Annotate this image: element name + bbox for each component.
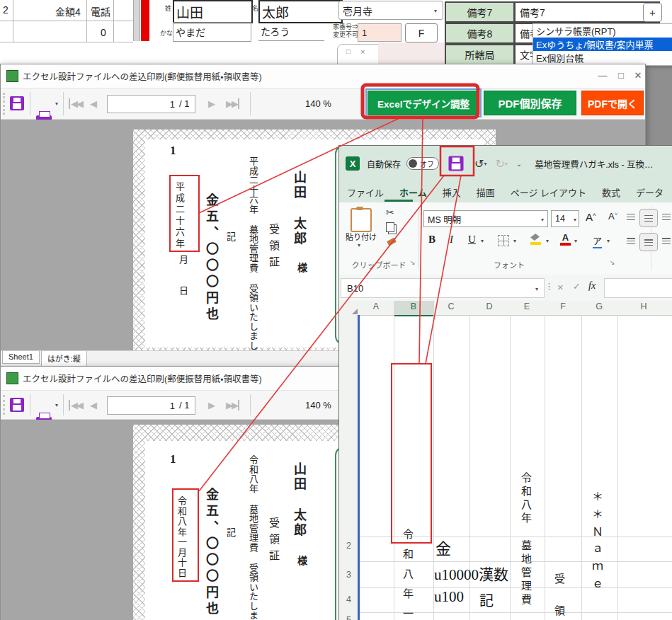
row-header-5[interactable]: 5 — [339, 615, 358, 620]
add-button-top[interactable]: + — [643, 3, 662, 22]
paste-icon[interactable] — [351, 208, 372, 232]
house-number-field[interactable]: 1 — [358, 23, 402, 42]
chevron-down-icon[interactable]: ▾ — [513, 238, 516, 244]
firstname-field[interactable]: 太郎 — [258, 0, 343, 23]
minimize-icon[interactable]: — — [596, 70, 610, 81]
phonetic-guide-icon[interactable]: ア — [593, 234, 602, 248]
autosave-toggle[interactable]: オフ — [406, 157, 439, 170]
scrollbar-fragment[interactable] — [133, 0, 140, 41]
tab-draw[interactable]: 描画 — [469, 185, 503, 199]
fill-color-icon[interactable] — [530, 234, 541, 245]
align-left-icon[interactable] — [627, 238, 635, 244]
decrease-font-icon[interactable]: A˅ — [608, 211, 617, 222]
previous-page-icon[interactable]: ◀ — [90, 98, 96, 109]
select-all-corner[interactable] — [352, 309, 358, 314]
maximize-icon[interactable]: □ — [346, 47, 351, 55]
f-button[interactable]: F — [405, 23, 438, 42]
dropdown-item[interactable]: Ex個別台帳 — [533, 51, 672, 64]
tab-file[interactable]: ファイル — [339, 185, 392, 199]
kana-firstname-field[interactable]: たろう — [258, 22, 324, 41]
biko7-value-cell[interactable]: 備考7 — [514, 1, 660, 23]
italic-button[interactable]: I — [450, 234, 453, 246]
tab-insert[interactable]: 挿入 — [435, 185, 469, 199]
paste-label[interactable]: 貼り付け — [345, 231, 377, 242]
first-page-icon[interactable]: ◀◀ — [69, 98, 82, 109]
dropdown-item[interactable]: シンサラ帳票(RPT) — [533, 24, 672, 38]
cut-icon[interactable]: ✂ — [386, 207, 394, 218]
font-color-icon[interactable]: A — [560, 232, 571, 246]
undo-icon[interactable]: ↺ — [474, 157, 484, 171]
chevron-down-icon[interactable]: ▾ — [481, 238, 484, 244]
quick-access-menu-icon[interactable]: ⌄ — [516, 160, 522, 168]
dropdown-item-selected[interactable]: Exゆうちょ/領収書/案内単票 — [533, 38, 672, 51]
align-right-icon[interactable] — [662, 238, 671, 244]
fx-icon[interactable]: fx — [588, 280, 596, 292]
save-icon[interactable] — [10, 96, 24, 110]
column-header-c[interactable]: C — [441, 302, 461, 315]
close-icon[interactable]: × — [360, 47, 365, 56]
increase-font-icon[interactable]: A˄ — [586, 211, 596, 223]
titlebar[interactable]: エクセル設計ファイルへの差込印刷(郵便振替用紙・領収書等) — [1, 64, 645, 88]
column-header-d[interactable]: D — [479, 302, 499, 315]
align-top-icon[interactable] — [627, 214, 635, 220]
column-header-e[interactable]: E — [517, 302, 537, 315]
column-header-b[interactable]: B — [404, 302, 423, 315]
font-name-combo[interactable]: MS 明朝 ▾ — [423, 210, 548, 227]
format-painter-icon[interactable] — [387, 238, 397, 246]
column-header-a[interactable]: A — [366, 302, 386, 315]
font-dialog-launcher-icon[interactable]: ↘ — [610, 259, 615, 266]
lastname-field[interactable]: 山田 — [173, 0, 253, 23]
enter-icon[interactable]: ✓ — [573, 281, 581, 292]
copy-icon[interactable] — [386, 222, 394, 232]
pdf-open-button[interactable]: PDFで開く — [581, 91, 644, 115]
align-middle-icon[interactable] — [639, 209, 658, 227]
chevron-down-icon[interactable]: ▾ — [484, 161, 486, 167]
tab-formulas[interactable]: 数式 — [594, 185, 628, 199]
chevron-down-icon[interactable]: ▾ — [546, 238, 549, 244]
tab-home[interactable]: ホーム — [392, 185, 435, 199]
chevron-down-icon[interactable]: ▾ — [607, 238, 610, 244]
align-bottom-icon[interactable] — [662, 214, 671, 220]
last-page-icon[interactable]: ▶▶ — [226, 98, 239, 109]
cancel-icon[interactable]: × — [557, 281, 564, 293]
align-center-icon[interactable] — [639, 233, 658, 251]
close-icon[interactable]: ✕ — [631, 70, 645, 81]
tab-page-layout[interactable]: ページ レイアウト — [503, 185, 594, 199]
column-header-f[interactable]: F — [553, 302, 573, 315]
next-page-icon[interactable]: ▶ — [208, 400, 214, 411]
save-icon[interactable] — [10, 398, 24, 412]
column-header-g[interactable]: G — [589, 302, 609, 315]
row-header-2[interactable]: 2 — [339, 541, 358, 551]
maximize-icon[interactable]: □ — [614, 70, 628, 81]
formula-input[interactable] — [604, 278, 672, 298]
save-icon[interactable] — [449, 156, 464, 171]
font-size-combo[interactable]: 14 ▾ — [551, 210, 579, 227]
tab-sheet1[interactable]: Sheet1 — [2, 351, 40, 364]
worksheet[interactable]: A B C D E F G H 2 3 4 5 6 7 8 9 10 — [339, 301, 672, 620]
underline-button[interactable]: U — [468, 234, 476, 246]
row-header-4[interactable]: 4 — [339, 595, 358, 604]
excel-titlebar[interactable]: X 自動保存 オフ ↺▾ ↻▾ ⌄ 墓地管理費ハガキ.xls - 互換… — [339, 146, 672, 181]
toolbar-grip[interactable] — [3, 93, 7, 115]
borders-icon[interactable] — [498, 235, 509, 246]
redo-icon[interactable]: ↻ — [495, 157, 504, 171]
column-header-h[interactable]: H — [634, 302, 654, 315]
kana-lastname-field[interactable]: やまだ — [173, 22, 251, 42]
chevron-down-icon[interactable]: ▾ — [55, 402, 58, 408]
row-header-3[interactable]: 3 — [339, 570, 358, 580]
toolbar-grip[interactable] — [3, 395, 7, 415]
bold-button[interactable]: B — [428, 234, 435, 246]
pdf-save-button[interactable]: PDF個別保存 — [484, 91, 576, 115]
last-page-icon[interactable]: ▶▶ — [226, 400, 239, 411]
chevron-down-icon[interactable]: ▾ — [574, 238, 577, 244]
name-box[interactable]: B10 ▾ — [341, 278, 545, 298]
temple-select[interactable]: 壱月寺 ▾ — [338, 1, 443, 20]
next-page-icon[interactable]: ▶ — [208, 98, 214, 109]
previous-page-icon[interactable]: ◀ — [90, 400, 96, 411]
chevron-down-icon[interactable]: ▾ — [55, 101, 58, 107]
tab-hagaki[interactable]: はがき:縦 — [41, 351, 87, 367]
clipboard-dialog-launcher-icon[interactable]: ↘ — [410, 259, 416, 266]
chevron-down-icon[interactable]: ▾ — [358, 242, 360, 248]
excel-design-button[interactable]: Excelでデザイン調整 — [368, 91, 479, 115]
tab-data[interactable]: データ — [628, 185, 671, 199]
